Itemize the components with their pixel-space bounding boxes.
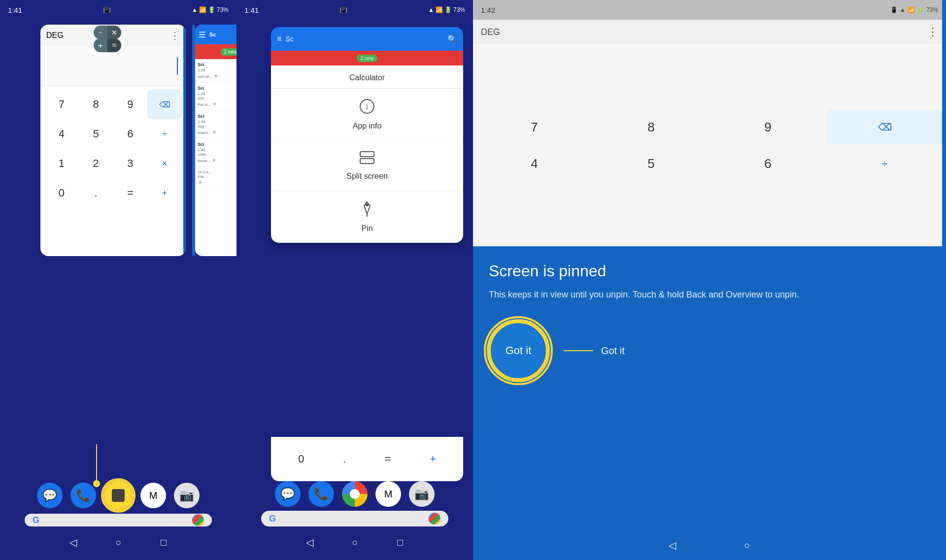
recents-btn-mid[interactable]: □ xyxy=(392,534,408,550)
pinned-btn-8[interactable]: 8 xyxy=(594,110,709,144)
overview-square xyxy=(112,489,125,502)
pinned-nav: ◁ ○ xyxy=(473,530,946,560)
btn-divide[interactable]: ÷ xyxy=(147,119,182,149)
btn-1[interactable]: 1 xyxy=(44,149,79,178)
pin-item[interactable]: Pin xyxy=(271,191,463,243)
btn-dot-mid[interactable]: . xyxy=(343,453,346,465)
got-it-line xyxy=(564,350,593,351)
back-btn-right[interactable]: ◁ xyxy=(664,537,680,553)
home-btn-right[interactable]: ○ xyxy=(739,537,755,553)
btn-9[interactable]: 9 xyxy=(113,90,148,119)
home-btn-left[interactable]: ○ xyxy=(110,534,126,550)
btn-3[interactable]: 3 xyxy=(113,149,148,178)
phone-icon[interactable]: 📞 xyxy=(70,483,96,508)
messages-icon[interactable]: 💬 xyxy=(37,483,63,508)
status-bar-middle: 1:41 📳 ▲ 📶 🔋 73% xyxy=(236,0,473,20)
battery-icon: 🔋 xyxy=(208,6,215,13)
dock-apps-left: 💬 📞 M 📷 xyxy=(37,481,200,510)
app-info-item[interactable]: i App info xyxy=(271,89,463,141)
split-screen-icon xyxy=(359,151,375,168)
btn-8[interactable]: 8 xyxy=(79,90,113,119)
split-screen-item[interactable]: Split screen xyxy=(271,141,463,191)
btn-multiply[interactable]: × xyxy=(147,149,182,178)
battery-pct-left: 73% xyxy=(217,6,229,13)
got-it-container: Got it Got it xyxy=(489,321,930,380)
chrome-mid-icon[interactable] xyxy=(342,481,368,507)
calc-bottom-strip: 0 . = + xyxy=(271,437,463,481)
phone-mid-icon[interactable]: 📞 xyxy=(308,481,334,507)
calc-display-left xyxy=(40,46,186,86)
svg-rect-3 xyxy=(360,159,374,164)
pinned-calc-screen: 1:42 📳 ▲ 📶 🔋 73% DEG ⋮ 7 8 9 ⌫ 4 5 6 ÷ xyxy=(473,0,946,246)
plus-btn[interactable]: ＋ xyxy=(94,38,107,52)
pin-label: Pin xyxy=(361,224,372,233)
search-bar-middle[interactable]: G xyxy=(261,511,448,527)
btn-plus[interactable]: + xyxy=(147,178,182,208)
pinned-btn-6[interactable]: 6 xyxy=(710,146,825,181)
btn-0[interactable]: 0 xyxy=(44,178,79,208)
btn-backspace[interactable]: ⌫ xyxy=(147,90,182,119)
close-btn[interactable]: ✕ xyxy=(107,26,121,39)
pinned-btn-divide[interactable]: ÷ xyxy=(827,146,942,181)
search-mid-icon[interactable]: 🔍 xyxy=(447,34,457,44)
got-it-ring xyxy=(484,316,553,385)
wifi-icon: ▲ xyxy=(192,6,198,13)
eq-btn[interactable]: = xyxy=(107,38,121,52)
hamburger-icon[interactable]: ☰ xyxy=(199,30,205,39)
accent-bar-left xyxy=(183,25,186,256)
overview-btn-left[interactable] xyxy=(104,481,133,510)
btn-7[interactable]: 7 xyxy=(44,90,79,119)
calc-menu-icon[interactable]: ⋮ xyxy=(170,30,180,41)
gmail-dock-icon[interactable]: M xyxy=(140,483,166,508)
google-g-left: G xyxy=(33,515,42,525)
svg-text:i: i xyxy=(366,102,369,111)
vibrate-right-icon: 📳 xyxy=(890,6,898,13)
time-left: 1:41 xyxy=(8,6,22,14)
battery-pct-mid: 73% xyxy=(453,6,465,13)
nav-bar-left: ◁ ○ □ xyxy=(65,530,171,554)
back-btn-left[interactable]: ◁ xyxy=(65,534,81,550)
btn-plus-mid[interactable]: + xyxy=(430,453,436,465)
pinned-btn-4[interactable]: 4 xyxy=(477,146,592,181)
battery-mid-icon: 🔋 xyxy=(444,6,452,13)
camera-mid-icon[interactable]: 📷 xyxy=(409,481,435,507)
time-right: 1:42 xyxy=(481,6,495,14)
pinned-menu-icon[interactable]: ⋮ xyxy=(927,26,938,38)
pinned-deg-label: DEG xyxy=(481,27,500,37)
btn-0-mid[interactable]: 0 xyxy=(298,453,304,465)
card-controls-left: － ✕ xyxy=(94,26,121,39)
pinned-btn-backspace[interactable]: ⌫ xyxy=(827,110,942,144)
battery-right-icon: 🔋 xyxy=(917,6,924,13)
gmail-mid-icon[interactable]: M xyxy=(375,481,401,507)
pinned-btn-9[interactable]: 9 xyxy=(710,110,825,144)
back-btn-mid[interactable]: ◁ xyxy=(302,534,317,550)
btn-5[interactable]: 5 xyxy=(79,119,113,149)
google-g-mid: G xyxy=(269,514,276,524)
app-info-label: App info xyxy=(353,122,382,131)
btn-2[interactable]: 2 xyxy=(79,149,113,178)
status-icons-left: ▲ 📶 🔋 73% xyxy=(192,6,229,13)
split-screen-label: Split screen xyxy=(346,172,388,181)
pinned-btn-5[interactable]: 5 xyxy=(594,146,709,181)
calc-buttons-left: 7 8 9 ⌫ 4 5 6 ÷ 1 2 3 × 0 . = + xyxy=(40,86,186,212)
recents-btn-left[interactable]: □ xyxy=(156,534,171,550)
btn-4[interactable]: 4 xyxy=(44,119,79,149)
context-menu-title: Calculator xyxy=(271,66,463,89)
overview-button[interactable] xyxy=(104,481,133,510)
btn-equals[interactable]: = xyxy=(113,178,148,208)
screen-pinned-desc: This keeps it in view until you unpin. T… xyxy=(489,288,930,301)
messages-mid-icon[interactable]: 💬 xyxy=(275,481,301,507)
btn-6[interactable]: 6 xyxy=(113,119,148,149)
gmail-tab-icon-mid: ≡ xyxy=(277,34,281,43)
pinned-btn-7[interactable]: 7 xyxy=(477,110,592,144)
right-panel: 1:42 📳 ▲ 📶 🔋 73% DEG ⋮ 7 8 9 ⌫ 4 5 6 ÷ xyxy=(473,0,946,560)
screen-pinned-panel: Screen is pinned This keeps it in view u… xyxy=(473,246,946,560)
btn-eq-mid[interactable]: = xyxy=(385,453,391,465)
camera-icon-left[interactable]: 📷 xyxy=(174,483,200,508)
minimize-btn[interactable]: － xyxy=(94,26,107,39)
pinned-calc-content: 7 8 9 ⌫ 4 5 6 ÷ xyxy=(473,44,946,246)
wifi-mid-icon: ▲ xyxy=(428,6,434,13)
btn-dot[interactable]: . xyxy=(79,178,113,208)
search-bar-left[interactable]: G xyxy=(25,514,212,527)
home-btn-mid[interactable]: ○ xyxy=(347,534,363,550)
